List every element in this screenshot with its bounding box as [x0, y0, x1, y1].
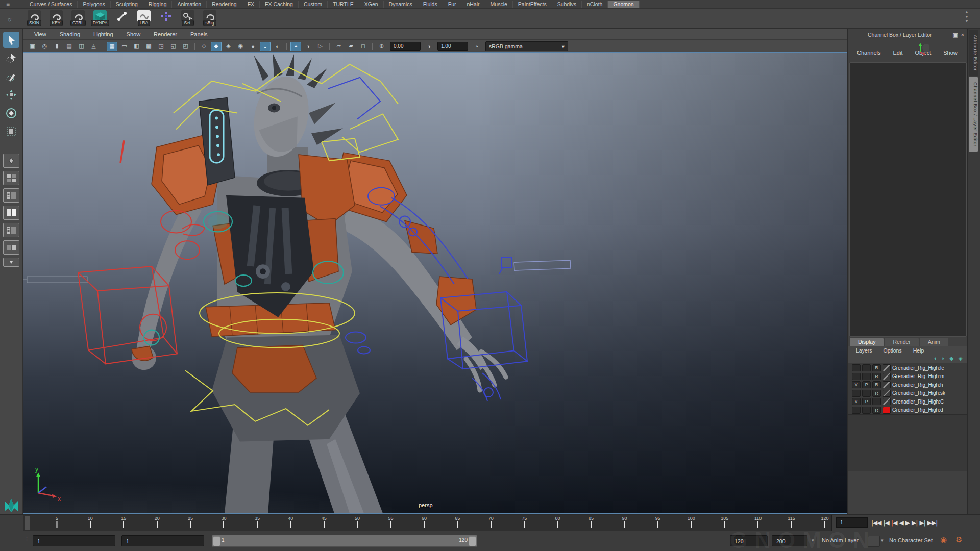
layer-display-type-toggle[interactable]: R [872, 364, 881, 371]
dof-icon[interactable]: ◑ [303, 42, 313, 51]
anim-layer-button[interactable] [868, 536, 880, 547]
layer-color-swatch[interactable] [883, 398, 891, 405]
menu-xgen[interactable]: XGen [359, 1, 384, 8]
layout-outliner-pane-button[interactable] [3, 188, 19, 203]
move-layer-up-icon[interactable]: ◖ [934, 355, 937, 361]
menu-custom[interactable]: Custom [299, 1, 328, 8]
motion-blur-icon[interactable]: ◐ [272, 42, 283, 51]
select-camera-icon[interactable]: ▣ [27, 42, 38, 51]
layer-playback-toggle[interactable] [862, 407, 871, 414]
shadows-icon[interactable]: ● [248, 42, 258, 51]
layer-playback-toggle[interactable] [862, 390, 871, 397]
panel-menu-panels[interactable]: Panels [184, 31, 214, 37]
pan-zoom-icon[interactable]: ◫ [76, 42, 87, 51]
xray-icon[interactable]: ▱ [333, 42, 344, 51]
step-forward-key-button[interactable]: ▶| [911, 518, 918, 528]
shaded-icon[interactable]: ◆ [211, 42, 222, 51]
layer-row[interactable]: RGrenadier_Rig_High:m [848, 372, 968, 381]
srig-shelf-button[interactable]: sRig [201, 10, 218, 26]
exposure-icon[interactable]: ⊕ [376, 42, 387, 51]
channel-box-header[interactable]: :::::: Channel Box / Layer Editor ::::::… [848, 29, 967, 40]
layer-visibility-toggle[interactable] [852, 390, 861, 397]
layer-list-empty-area[interactable] [848, 414, 968, 471]
move-tool[interactable] [3, 87, 19, 103]
menubar-grip-icon[interactable]: ≡ [6, 1, 10, 8]
side-tab-channel-box-layer-editor[interactable]: Channel Box / Layer Editor [969, 77, 978, 152]
anim-layer-dropdown-icon[interactable]: ▾ [812, 538, 814, 543]
joint-tool-shelf-button[interactable] [113, 10, 131, 22]
go-to-start-button[interactable]: |◀◀ [871, 518, 882, 528]
panel-menu-shading[interactable]: Shading [54, 31, 86, 37]
layer-tab-render[interactable]: Render [885, 338, 918, 346]
channel-box-menu-edit[interactable]: Edit [888, 49, 908, 56]
exposure-field[interactable]: 0.00 [390, 42, 421, 51]
layer-playback-toggle[interactable]: P [862, 381, 871, 388]
lra-shelf-button[interactable]: LRA [135, 10, 153, 26]
character-set-label[interactable]: No Character Set [889, 537, 933, 543]
panel-popout-icon[interactable]: ▣ [952, 32, 958, 38]
menu-polygons[interactable]: Polygons [78, 1, 110, 8]
contrast-icon[interactable]: ◑ [424, 42, 434, 51]
rotate-tool[interactable] [3, 105, 19, 121]
layer-visibility-toggle[interactable] [852, 373, 861, 380]
menu-animation[interactable]: Animation [172, 1, 207, 8]
playback-end-field[interactable]: 120 [730, 535, 768, 546]
layer-visibility-toggle[interactable]: V [852, 398, 861, 405]
panel-menu-lighting[interactable]: Lighting [87, 31, 119, 37]
menu-fx[interactable]: FX [242, 1, 260, 8]
occlusion-icon[interactable]: ◒ [260, 42, 271, 51]
wireframe-icon[interactable]: ◇ [199, 42, 209, 51]
move-layer-down-icon[interactable]: ◗ [941, 355, 945, 361]
view-transform-dropdown[interactable]: sRGB gamma▾ [485, 41, 568, 51]
range-bar-grip-icon[interactable]: ⋮ [24, 536, 30, 542]
safe-action-icon[interactable]: ◱ [168, 42, 179, 51]
current-frame-field[interactable]: 1 [836, 517, 868, 528]
current-frame-cursor[interactable] [25, 516, 30, 530]
menu-dynamics[interactable]: Dynamics [384, 1, 418, 8]
animation-preferences-icon[interactable]: ⚙ [955, 535, 962, 544]
step-back-frame-button[interactable]: |◀ [883, 518, 890, 528]
select-tool[interactable] [3, 32, 19, 48]
panel-menu-show[interactable]: Show [120, 31, 147, 37]
layer-visibility-toggle[interactable] [852, 364, 861, 371]
isolate-select-icon[interactable]: ▷ [315, 42, 326, 51]
new-layer-icon[interactable]: ◈ [959, 355, 963, 361]
bookmark-icon[interactable]: ▮ [52, 42, 62, 51]
scale-tool[interactable] [3, 123, 19, 140]
range-end-handle[interactable] [469, 536, 476, 546]
layout-hypershade-pane-button[interactable] [3, 223, 19, 237]
channel-box-menu-show[interactable]: Show [938, 49, 963, 56]
layout-more-button[interactable] [3, 258, 19, 267]
film-gate-icon[interactable]: ▭ [119, 42, 130, 51]
animation-end-field[interactable]: 200 [772, 535, 807, 546]
camera-attributes-icon[interactable]: ◎ [39, 42, 50, 51]
field-chart-icon[interactable]: ◳ [156, 42, 166, 51]
layout-four-pane-button[interactable] [3, 171, 19, 185]
range-start-handle[interactable] [213, 536, 220, 546]
layer-playback-toggle[interactable]: P [862, 398, 871, 405]
viewport[interactable]: y x [23, 52, 847, 514]
layer-row[interactable]: RGrenadier_Rig_High:d [848, 406, 968, 415]
gate-mask-icon[interactable]: ▩ [143, 42, 154, 51]
play-forwards-button[interactable]: ▶ [905, 518, 910, 528]
animation-start-field[interactable]: 1 [33, 535, 115, 546]
joint-display-icon[interactable]: ◬ [88, 42, 99, 51]
menu-sculpting[interactable]: Sculpting [111, 1, 143, 8]
menu-painteffects[interactable]: PaintEffects [513, 1, 552, 8]
layer-row[interactable]: VPRGrenadier_Rig_High:h [848, 381, 968, 389]
range-slider-track[interactable]: 1 120 [212, 535, 477, 547]
layer-playback-toggle[interactable] [862, 364, 871, 371]
xray-joints-icon[interactable]: ▰ [346, 42, 356, 51]
skin-shelf-button[interactable]: SKIN [26, 10, 43, 26]
layer-row[interactable]: RGrenadier_Rig_High:sk [848, 389, 968, 398]
safe-title-icon[interactable]: ◰ [180, 42, 191, 51]
panel-menu-view[interactable]: View [28, 31, 53, 37]
layer-display-type-toggle[interactable]: R [872, 373, 881, 380]
lights-icon[interactable]: ◉ [235, 42, 246, 51]
menu-gnomon[interactable]: Gnomon [608, 1, 639, 8]
layer-display-type-toggle[interactable]: R [872, 381, 881, 388]
menu-curves-surfaces[interactable]: Curves / Surfaces [24, 1, 78, 8]
grid-icon[interactable]: ▦ [107, 42, 117, 51]
layer-color-swatch[interactable] [883, 390, 891, 397]
gamma-field[interactable]: 1.00 [437, 42, 468, 51]
